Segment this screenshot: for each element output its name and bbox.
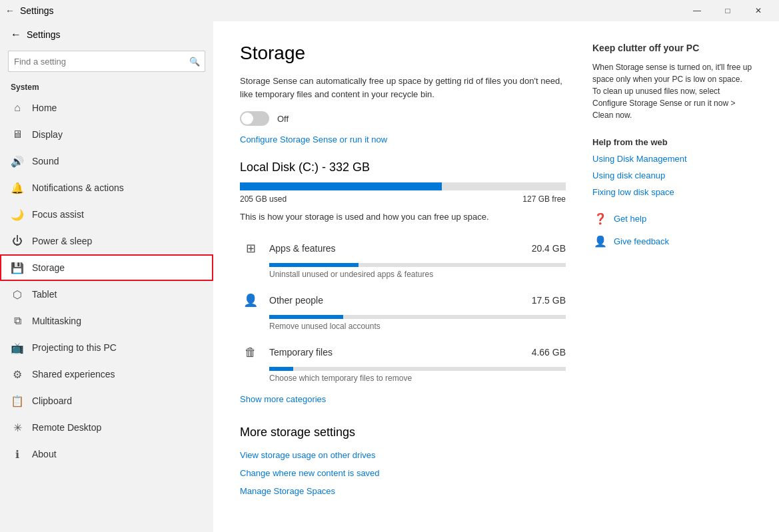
- tablet-icon: ⬡: [11, 288, 24, 301]
- close-button[interactable]: ✕: [743, 0, 774, 21]
- storage-sense-toggle[interactable]: [240, 111, 269, 126]
- remote-icon: ✳: [11, 421, 24, 434]
- sidebar-label-shared: Shared experiences: [32, 369, 115, 380]
- storage-icon: 💾: [11, 261, 24, 274]
- sidebar-back-label: Settings: [27, 29, 61, 40]
- sidebar-item-notifications[interactable]: 🔔 Notifications & actions: [0, 174, 213, 201]
- minimize-button[interactable]: —: [682, 0, 712, 21]
- search-input[interactable]: [8, 51, 205, 72]
- more-storage-links: View storage usage on other drivesChange…: [240, 450, 566, 496]
- sidebar-item-about[interactable]: ℹ About: [0, 441, 213, 467]
- storage-item-header-temp: 🗑 Temporary files 4.66 GB: [240, 342, 566, 363]
- sidebar-item-storage[interactable]: 💾 Storage: [0, 254, 213, 281]
- keep-clutter-desc: When Storage sense is turned on, it'll f…: [592, 61, 752, 121]
- sidebar-item-remote[interactable]: ✳ Remote Desktop: [0, 414, 213, 441]
- content-area: Storage Storage Sense can automatically …: [213, 21, 779, 532]
- help-link-disk-cleanup[interactable]: Using disk cleanup: [592, 170, 752, 180]
- sidebar-item-shared[interactable]: ⚙ Shared experiences: [0, 361, 213, 388]
- give-feedback-icon: 👤: [592, 233, 608, 249]
- storage-item-header-other-people: 👤 Other people 17.5 GB: [240, 290, 566, 311]
- display-icon: 🖥: [11, 128, 24, 141]
- page-title: Storage: [240, 43, 566, 64]
- disk-section: Local Disk (C:) - 332 GB 205 GB used 127…: [240, 160, 566, 222]
- storage-item-size-other-people: 17.5 GB: [532, 295, 566, 306]
- feedback-section: ❓ Get help 👤 Give feedback: [592, 210, 752, 249]
- sidebar-item-tablet[interactable]: ⬡ Tablet: [0, 281, 213, 308]
- configure-storage-sense-link[interactable]: Configure Storage Sense or run it now: [240, 134, 387, 144]
- disk-bar-container: [240, 182, 566, 190]
- help-link-disk-management[interactable]: Using Disk Management: [592, 154, 752, 164]
- disk-bar-labels: 205 GB used 127 GB free: [240, 194, 566, 204]
- give-feedback-link[interactable]: Give feedback: [614, 236, 669, 246]
- sidebar-label-projecting: Projecting to this PC: [32, 342, 117, 353]
- power-icon: ⏻: [11, 234, 24, 248]
- storage-bar-temp: [269, 367, 293, 371]
- toggle-knob: [241, 113, 253, 125]
- storage-item-desc-other-people: Remove unused local accounts: [269, 322, 566, 331]
- sidebar-label-display: Display: [32, 129, 63, 140]
- storage-item-name-apps: Apps & features: [269, 243, 524, 254]
- get-help-item: ❓ Get help: [592, 210, 752, 226]
- sidebar-item-display[interactable]: 🖥 Display: [0, 121, 213, 148]
- storage-item-other-people: 👤 Other people 17.5 GB Remove unused loc…: [240, 290, 566, 331]
- storage-item-desc-apps: Uninstall unused or undesired apps & fea…: [269, 270, 566, 279]
- sound-icon: 🔊: [11, 154, 24, 168]
- storage-sense-description: Storage Sense can automatically free up …: [240, 75, 566, 101]
- shared-icon: ⚙: [11, 368, 24, 381]
- storage-item-size-apps: 20.4 GB: [532, 243, 566, 254]
- disk-free-label: 127 GB free: [522, 194, 566, 204]
- sidebar-items-container: ⌂ Home 🖥 Display 🔊 Sound 🔔 Notifications…: [0, 95, 213, 467]
- titlebar-controls: — □ ✕: [682, 0, 774, 21]
- storage-item-desc-temp: Choose which temporary files to remove: [269, 374, 566, 383]
- get-help-icon: ❓: [592, 210, 608, 226]
- multitasking-icon: ⧉: [11, 314, 24, 328]
- sidebar-label-clipboard: Clipboard: [32, 396, 72, 406]
- sidebar-item-sound[interactable]: 🔊 Sound: [0, 148, 213, 174]
- maximize-button[interactable]: □: [712, 0, 743, 21]
- show-more-categories-link[interactable]: Show more categories: [240, 394, 326, 404]
- notifications-icon: 🔔: [11, 181, 24, 194]
- sidebar-back-button[interactable]: ← Settings: [0, 21, 213, 48]
- help-from-web-title: Help from the web: [592, 137, 752, 147]
- home-icon: ⌂: [11, 101, 24, 115]
- sidebar-label-storage: Storage: [32, 262, 65, 273]
- storage-bar-container-temp: [269, 367, 566, 371]
- sidebar-search-container: 🔍: [8, 51, 205, 72]
- help-link-low-disk-space[interactable]: Fixing low disk space: [592, 187, 752, 197]
- projecting-icon: 📺: [11, 341, 24, 354]
- other-people-icon: 👤: [240, 290, 261, 311]
- storage-item-name-temp: Temporary files: [269, 347, 524, 358]
- sidebar-item-projecting[interactable]: 📺 Projecting to this PC: [0, 334, 213, 361]
- storage-bar-container-other-people: [269, 315, 566, 319]
- sidebar-label-focus: Focus assist: [32, 209, 84, 220]
- back-arrow-icon: ←: [11, 29, 21, 41]
- manage-spaces-link[interactable]: Manage Storage Spaces: [240, 486, 566, 496]
- titlebar-title: Settings: [20, 5, 54, 16]
- disk-title: Local Disk (C:) - 332 GB: [240, 160, 566, 174]
- sidebar-label-sound: Sound: [32, 156, 59, 166]
- sidebar-item-multitasking[interactable]: ⧉ Multitasking: [0, 308, 213, 334]
- sidebar-label-notifications: Notifications & actions: [32, 182, 124, 193]
- keep-clutter-title: Keep clutter off your PC: [592, 43, 752, 53]
- sidebar-label-about: About: [32, 449, 57, 459]
- change-location-link[interactable]: Change where new content is saved: [240, 468, 566, 478]
- search-icon: 🔍: [189, 57, 200, 67]
- storage-item-header-apps: ⊞ Apps & features 20.4 GB: [240, 238, 566, 259]
- content-main: Storage Storage Sense can automatically …: [240, 43, 566, 511]
- storage-item-name-other-people: Other people: [269, 295, 524, 306]
- sidebar-item-clipboard[interactable]: 📋 Clipboard: [0, 388, 213, 414]
- sidebar-label-home: Home: [32, 103, 57, 113]
- sidebar-item-home[interactable]: ⌂ Home: [0, 95, 213, 121]
- sidebar-item-power[interactable]: ⏻ Power & sleep: [0, 228, 213, 254]
- view-other-link[interactable]: View storage usage on other drives: [240, 450, 566, 460]
- storage-bar-other-people: [269, 315, 343, 319]
- titlebar-left: ← Settings: [5, 5, 54, 16]
- back-icon[interactable]: ←: [5, 5, 15, 16]
- storage-bar-container-apps: [269, 263, 566, 267]
- focus-icon: 🌙: [11, 208, 24, 221]
- disk-description: This is how your storage is used and how…: [240, 212, 566, 222]
- get-help-link[interactable]: Get help: [614, 214, 646, 224]
- about-icon: ℹ: [11, 447, 24, 461]
- sidebar-item-focus[interactable]: 🌙 Focus assist: [0, 201, 213, 228]
- storage-item-apps: ⊞ Apps & features 20.4 GB Uninstall unus…: [240, 238, 566, 279]
